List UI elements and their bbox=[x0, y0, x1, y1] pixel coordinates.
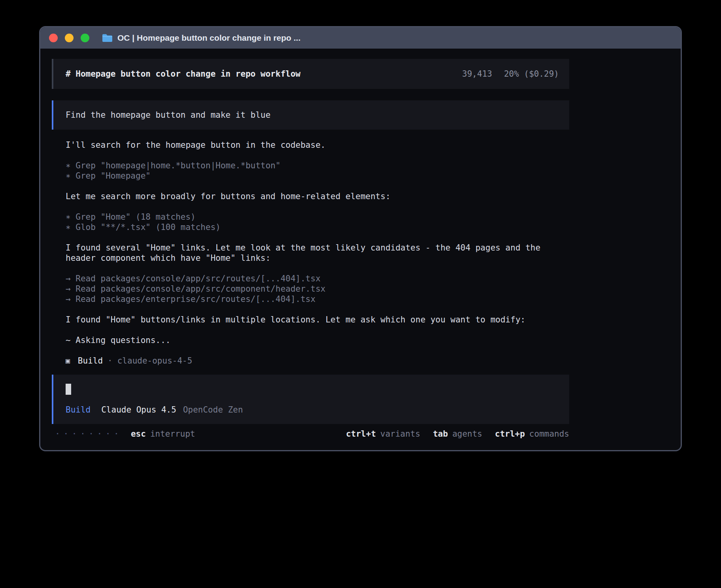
tool-call-grep: ∗ Grep "Home" (18 matches) bbox=[66, 212, 569, 222]
assistant-response: I'll search for the homepage button in t… bbox=[52, 140, 569, 366]
tool-call-grep: ∗ Grep "homepage|home.*button|Home.*butt… bbox=[66, 160, 569, 171]
shortcut-label: commands bbox=[529, 429, 569, 439]
window-title: OC | Homepage button color change in rep… bbox=[102, 33, 300, 43]
shortcut-key: ctrl+p bbox=[495, 429, 525, 439]
esc-key-hint[interactable]: esc bbox=[131, 429, 146, 439]
assistant-text: I found several "Home" links. Let me loo… bbox=[66, 243, 569, 263]
session-activity-dots: ········ bbox=[55, 429, 122, 439]
model-label[interactable]: Claude Opus 4.5 bbox=[101, 405, 176, 415]
assistant-text: Let me search more broadly for buttons a… bbox=[66, 191, 569, 202]
agent-badge: ▣ Build · claude-opus-4-5 bbox=[66, 356, 569, 366]
traffic-lights bbox=[49, 34, 89, 42]
assistant-text: I found "Home" buttons/links in multiple… bbox=[66, 315, 569, 325]
agent-model: claude-opus-4-5 bbox=[117, 356, 193, 366]
agent-separator: · bbox=[108, 356, 113, 366]
desktop: OC | Homepage button color change in rep… bbox=[0, 0, 721, 588]
user-message: Find the homepage button and make it blu… bbox=[52, 100, 569, 130]
tool-call-read: → Read packages/console/app/src/componen… bbox=[66, 284, 569, 294]
assistant-text: I'll search for the homepage button in t… bbox=[66, 140, 569, 150]
session-content: # Homepage button color change in repo w… bbox=[40, 49, 681, 439]
tool-call-glob: ∗ Glob "**/*.tsx" (100 matches) bbox=[66, 222, 569, 232]
session-header: # Homepage button color change in repo w… bbox=[52, 59, 569, 89]
assistant-status: ~ Asking questions... bbox=[66, 335, 569, 345]
shortcut-key: tab bbox=[433, 429, 448, 439]
input-status-bar: Build Claude Opus 4.5 OpenCode Zen bbox=[66, 405, 559, 415]
session-title: # Homepage button color change in repo w… bbox=[66, 69, 300, 79]
user-message-text: Find the homepage button and make it blu… bbox=[66, 110, 270, 120]
window-titlebar[interactable]: OC | Homepage button color change in rep… bbox=[40, 27, 681, 49]
folder-icon bbox=[102, 34, 113, 42]
context-cost: 20% ($0.29) bbox=[504, 69, 559, 79]
shortcut-key: ctrl+t bbox=[346, 429, 376, 439]
shortcut-commands[interactable]: ctrl+p commands bbox=[495, 429, 569, 439]
text-cursor bbox=[66, 384, 71, 395]
session-stats: 39,413 20% ($0.29) bbox=[462, 69, 559, 79]
shortcut-agents[interactable]: tab agents bbox=[433, 429, 482, 439]
esc-key-label: interrupt bbox=[150, 429, 195, 439]
tool-call-read: → Read packages/enterprise/src/routes/[.… bbox=[66, 294, 569, 304]
minimize-button[interactable] bbox=[65, 34, 74, 42]
tool-call-grep: ∗ Grep "Homepage" bbox=[66, 171, 569, 181]
tool-call-read: → Read packages/console/app/src/routes/[… bbox=[66, 273, 569, 284]
close-button[interactable] bbox=[49, 34, 58, 42]
shortcut-label: variants bbox=[380, 429, 420, 439]
shortcut-variants[interactable]: ctrl+t variants bbox=[346, 429, 420, 439]
prompt-input[interactable]: Build Claude Opus 4.5 OpenCode Zen bbox=[52, 375, 569, 424]
agent-name: Build bbox=[78, 356, 103, 366]
status-footer: ········ esc interrupt ctrl+t variants t… bbox=[52, 429, 569, 439]
token-count: 39,413 bbox=[462, 69, 492, 79]
zoom-button[interactable] bbox=[81, 34, 89, 42]
window-title-text: OC | Homepage button color change in rep… bbox=[117, 33, 300, 43]
provider-label: OpenCode Zen bbox=[183, 405, 243, 415]
agent-icon: ▣ bbox=[66, 356, 70, 366]
terminal-window: OC | Homepage button color change in rep… bbox=[39, 26, 682, 451]
agent-mode-label[interactable]: Build bbox=[66, 405, 91, 415]
shortcut-label: agents bbox=[452, 429, 482, 439]
